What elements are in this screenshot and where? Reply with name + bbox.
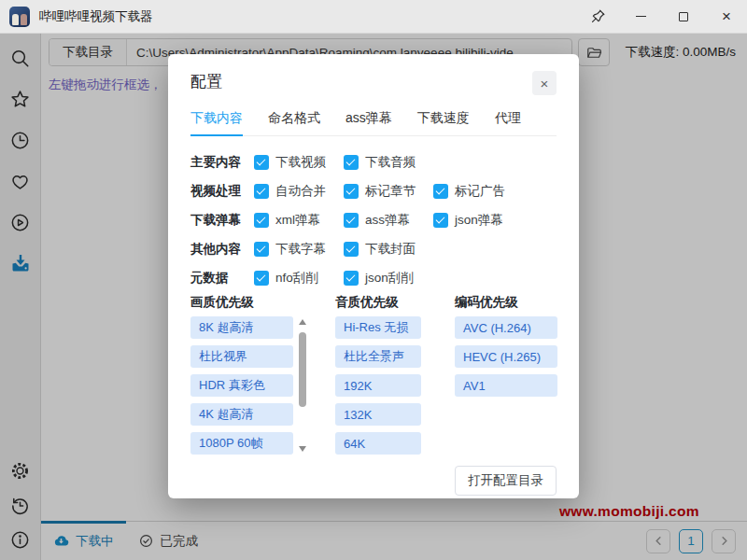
row-label: 视频处理 [190,183,254,200]
checkbox-checked[interactable] [254,271,269,286]
audio-item[interactable]: 132K [335,403,421,426]
checkbox-checked[interactable] [433,213,448,228]
checkbox-checked[interactable] [344,184,359,199]
codec-item[interactable]: AV1 [455,374,557,397]
watermark: www.momobiji.com [559,503,699,520]
checkbox-option[interactable]: 下载封面 [344,241,433,258]
checkbox-option[interactable]: 标记章节 [344,183,433,200]
scrollbar[interactable] [297,316,308,455]
scroll-up-arrow-icon[interactable] [299,319,306,325]
config-row: 下载弹幕 xml弹幕 ass弹幕 json弹幕 [190,205,557,234]
config-row: 主要内容 下载视频 下载音频 [190,147,557,176]
config-row: 元数据 nfo刮削 json刮削 [190,263,557,292]
dialog-close-icon[interactable]: × [532,71,557,95]
checkbox-option[interactable]: 下载视频 [254,154,344,171]
tab-proxy[interactable]: 代理 [495,110,521,135]
checkbox-checked[interactable] [344,213,359,228]
checkbox-checked[interactable] [344,271,359,286]
audio-quality-priority-list: 音质优先级 Hi-Res 无损 杜比全景声 192K 132K 64K [335,294,421,455]
quality-item[interactable]: 8K 超高清 [190,316,293,339]
dialog-tabs: 下载内容 命名格式 ass弹幕 下载速度 代理 [190,110,557,136]
checkbox-option[interactable]: 下载字幕 [254,241,344,258]
codec-item[interactable]: HEVC (H.265) [455,345,557,368]
quality-item[interactable]: 4K 超高清 [190,403,293,426]
titlebar: 哔哩哔哩视频下载器 × [0,0,747,34]
row-label: 主要内容 [190,154,254,171]
quality-item[interactable]: 1080P 60帧 [190,432,293,455]
codec-item[interactable]: AVC (H.264) [455,316,557,339]
video-quality-priority-list: 画质优先级 8K 超高清 杜比视界 HDR 真彩色 4K 超高清 1080P 6… [190,294,308,455]
checkbox-checked[interactable] [344,242,359,257]
config-row: 其他内容 下载字幕 下载封面 [190,234,557,263]
app-logo-icon [9,7,30,27]
priority-section: 画质优先级 8K 超高清 杜比视界 HDR 真彩色 4K 超高清 1080P 6… [190,294,557,455]
codec-priority-list: 编码优先级 AVC (H.264) HEVC (H.265) AV1 [455,294,557,455]
window-title: 哔哩哔哩视频下载器 [39,8,153,25]
checkbox-option[interactable]: 自动合并 [254,183,344,200]
minimize-button[interactable] [627,5,654,29]
list-header: 画质优先级 [190,294,308,311]
dialog-title: 配置 [190,71,222,92]
checkbox-option[interactable]: json刮削 [344,270,433,287]
row-label: 元数据 [190,270,254,287]
checkbox-checked[interactable] [254,213,269,228]
maximize-button[interactable] [670,5,697,29]
checkbox-option[interactable]: xml弹幕 [254,212,344,229]
checkbox-checked[interactable] [344,155,359,170]
quality-item[interactable]: HDR 真彩色 [190,374,293,397]
audio-item[interactable]: Hi-Res 无损 [335,316,421,339]
checkbox-checked[interactable] [254,184,269,199]
checkbox-option[interactable]: json弹幕 [433,212,523,229]
checkbox-checked[interactable] [433,184,448,199]
config-dialog: 配置 × 下载内容 命名格式 ass弹幕 下载速度 代理 主要内容 下载视频 下… [168,54,579,498]
tab-naming-format[interactable]: 命名格式 [268,110,320,135]
quality-item[interactable]: 杜比视界 [190,345,293,368]
checkbox-checked[interactable] [254,155,269,170]
scroll-down-arrow-icon[interactable] [299,446,306,452]
tab-ass-danmaku[interactable]: ass弹幕 [345,110,392,135]
pin-icon[interactable] [585,5,611,29]
tab-download-content[interactable]: 下载内容 [190,110,243,135]
audio-item[interactable]: 杜比全景声 [335,345,421,368]
checkbox-option[interactable]: 下载音频 [344,154,433,171]
audio-item[interactable]: 192K [335,374,421,397]
tab-download-speed[interactable]: 下载速度 [417,110,470,135]
list-header: 编码优先级 [455,294,557,311]
row-label: 下载弹幕 [190,212,254,229]
config-rows: 主要内容 下载视频 下载音频 视频处理 自动合并 标记章节 标记广告 下载弹幕 … [190,147,557,292]
checkbox-option[interactable]: ass弹幕 [344,212,433,229]
checkbox-option[interactable]: nfo刮削 [254,270,344,287]
row-label: 其他内容 [190,241,254,258]
audio-item[interactable]: 64K [335,432,421,455]
config-row: 视频处理 自动合并 标记章节 标记广告 [190,176,557,205]
checkbox-option[interactable]: 标记广告 [433,183,523,200]
close-button[interactable]: × [713,5,740,29]
app-window: 哔哩哔哩视频下载器 × [0,0,747,560]
open-config-dir-button[interactable]: 打开配置目录 [455,466,557,496]
list-header: 音质优先级 [335,294,421,311]
scrollbar-thumb[interactable] [299,332,306,407]
checkbox-checked[interactable] [254,242,269,257]
